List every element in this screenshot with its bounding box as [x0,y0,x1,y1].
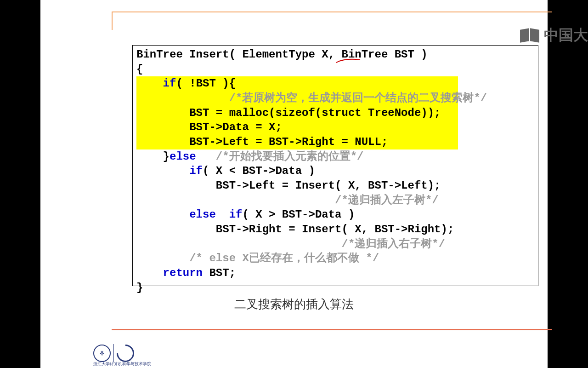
insert-right: BST->Right = Insert( X, BST->Right); [136,223,454,236]
else-if: else if( X > BST->Data ) [136,208,355,221]
book-icon [520,29,540,42]
if-head: if( !BST ){ [136,77,236,90]
data-assign: BST->Data = X; [136,121,282,133]
zju-seal-icon: ⚘ [93,345,111,362]
null-assign: BST->Left = BST->Right = NULL; [136,136,388,148]
logo-divider [113,344,114,362]
slide: BinTree Insert( ElementType X, BinTree B… [40,0,548,368]
top-border [112,12,552,13]
highlight-block: if( !BST ){ /*若原树为空，生成并返回一个结点的二叉搜索树*/ BS… [136,76,458,149]
insert-left: BST->Left = Insert( X, BST->Left); [136,179,441,192]
slide-caption: 二叉搜索树的插入算法 [40,296,548,312]
brace-close: } [136,282,143,294]
watermark: 中国大 [520,25,588,46]
bottom-border [112,329,552,330]
else-line: }else /*开始找要插入元素的位置*/ [136,150,363,163]
watermark-text: 中国大 [544,25,588,46]
comment-right: /*递归插入右子树*/ [136,238,445,250]
malloc-line: BST = malloc(sizeof(struct TreeNode)); [136,107,441,119]
comment-left: /*递归插入左子树*/ [136,194,439,207]
comment-exists: /* else X已经存在，什么都不做 */ [136,252,379,264]
code-signature: BinTree Insert( ElementType X, BinTree B… [136,48,428,61]
brace-open: { [136,63,143,75]
university-logo: ⚘ [93,344,134,362]
if-lt: if( X < BST->Data ) [136,165,315,177]
top-left-border [112,12,113,30]
return-line: return BST; [136,267,236,279]
code-box: BinTree Insert( ElementType X, BinTree B… [132,45,538,286]
red-annotation-mark [335,58,361,63]
comment-empty-tree: /*若原树为空，生成并返回一个结点的二叉搜索树*/ [136,92,487,104]
logo-text: 浙江大学计算机科学与技术学院 [93,361,151,367]
